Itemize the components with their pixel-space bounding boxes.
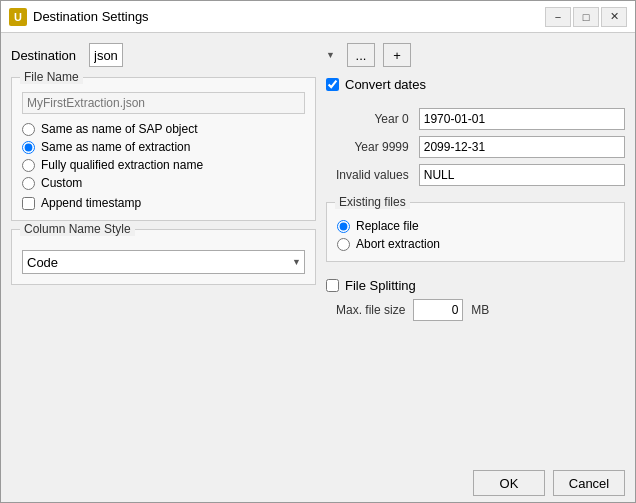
file-name-group: File Name Same as name of SAP object Sam…	[11, 77, 316, 221]
invalid-input[interactable]	[419, 164, 625, 186]
file-name-radio-group: Same as name of SAP object Same as name …	[22, 122, 305, 190]
convert-dates-checkbox[interactable]	[326, 78, 339, 91]
year9999-label: Year 9999	[336, 140, 409, 154]
convert-dates-label: Convert dates	[345, 77, 426, 92]
radio-qualified-input[interactable]	[22, 159, 35, 172]
radio-custom[interactable]: Custom	[22, 176, 305, 190]
radio-replace[interactable]: Replace file	[337, 219, 614, 233]
destination-label: Destination	[11, 48, 81, 63]
year9999-input[interactable]	[419, 136, 625, 158]
radio-sap-object[interactable]: Same as name of SAP object	[22, 122, 305, 136]
radio-replace-label: Replace file	[356, 219, 419, 233]
radio-abort-label: Abort extraction	[356, 237, 440, 251]
file-name-input[interactable]	[22, 92, 305, 114]
destination-select[interactable]: json	[89, 43, 123, 67]
max-file-size-label: Max. file size	[336, 303, 405, 317]
maximize-button[interactable]: □	[573, 7, 599, 27]
radio-extraction-name[interactable]: Same as name of extraction	[22, 140, 305, 154]
append-timestamp-label: Append timestamp	[41, 196, 141, 210]
minimize-button[interactable]: −	[545, 7, 571, 27]
column-name-style-group: Column Name Style Code Description	[11, 229, 316, 285]
left-panel: File Name Same as name of SAP object Sam…	[11, 77, 316, 452]
destination-row: Destination json ... +	[11, 43, 625, 67]
max-file-size-input[interactable]	[413, 299, 463, 321]
dots-button[interactable]: ...	[347, 43, 375, 67]
existing-files-title: Existing files	[335, 195, 410, 209]
year0-input[interactable]	[419, 108, 625, 130]
radio-extraction-label: Same as name of extraction	[41, 140, 190, 154]
convert-dates-row: Convert dates	[326, 77, 625, 92]
year0-label: Year 0	[336, 112, 409, 126]
cancel-button[interactable]: Cancel	[553, 470, 625, 496]
radio-custom-input[interactable]	[22, 177, 35, 190]
column-name-select[interactable]: Code Description	[22, 250, 305, 274]
app-icon: U	[9, 8, 27, 26]
destination-select-wrapper: json	[89, 43, 339, 67]
bottom-bar: OK Cancel	[1, 462, 635, 502]
column-name-select-wrapper: Code Description	[22, 250, 305, 274]
file-splitting-label: File Splitting	[345, 278, 416, 293]
title-bar: U Destination Settings − □ ✕	[1, 1, 635, 33]
radio-custom-label: Custom	[41, 176, 82, 190]
window-title: Destination Settings	[33, 9, 545, 24]
close-button[interactable]: ✕	[601, 7, 627, 27]
radio-sap-label: Same as name of SAP object	[41, 122, 198, 136]
radio-qualified-label: Fully qualified extraction name	[41, 158, 203, 172]
file-splitting-checkbox[interactable]	[326, 279, 339, 292]
right-panel: Convert dates Year 0 Year 9999 Invalid v…	[326, 77, 625, 452]
file-name-group-title: File Name	[20, 70, 83, 84]
existing-files-group: Existing files Replace file Abort extrac…	[326, 202, 625, 262]
column-name-style-title: Column Name Style	[20, 222, 135, 236]
dialog-window: U Destination Settings − □ ✕ Destination…	[0, 0, 636, 503]
dates-table: Year 0 Year 9999 Invalid values	[326, 108, 625, 186]
radio-extraction-input[interactable]	[22, 141, 35, 154]
title-bar-buttons: − □ ✕	[545, 7, 627, 27]
ok-button[interactable]: OK	[473, 470, 545, 496]
dialog-content: Destination json ... + File Name	[1, 33, 635, 462]
max-file-size-row: Max. file size MB	[326, 299, 625, 321]
max-file-size-unit: MB	[471, 303, 489, 317]
append-timestamp-item[interactable]: Append timestamp	[22, 196, 305, 210]
radio-replace-input[interactable]	[337, 220, 350, 233]
invalid-label: Invalid values	[336, 168, 409, 182]
file-splitting-row: File Splitting	[326, 278, 625, 293]
radio-qualified-name[interactable]: Fully qualified extraction name	[22, 158, 305, 172]
radio-abort[interactable]: Abort extraction	[337, 237, 614, 251]
append-timestamp-checkbox[interactable]	[22, 197, 35, 210]
radio-sap-input[interactable]	[22, 123, 35, 136]
file-splitting-section: File Splitting Max. file size MB	[326, 278, 625, 321]
plus-button[interactable]: +	[383, 43, 411, 67]
radio-abort-input[interactable]	[337, 238, 350, 251]
main-panels: File Name Same as name of SAP object Sam…	[11, 77, 625, 452]
existing-files-radio-group: Replace file Abort extraction	[337, 219, 614, 251]
